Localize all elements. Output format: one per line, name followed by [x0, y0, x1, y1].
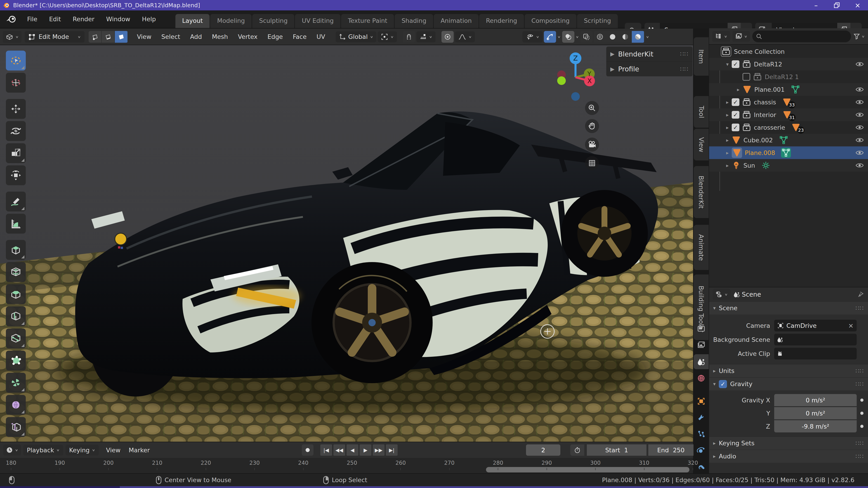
tool-poly-build[interactable]: [6, 351, 26, 370]
timeline-menu-view[interactable]: View: [102, 445, 125, 455]
collection-checkbox[interactable]: ✓: [732, 98, 739, 106]
tool-annotate[interactable]: [6, 192, 26, 212]
gizmo-axis-neg-z[interactable]: [571, 92, 580, 101]
play-reverse-button[interactable]: ◀: [346, 445, 358, 456]
collection-checkbox[interactable]: ✓: [732, 111, 739, 119]
expander-icon[interactable]: ▸: [723, 150, 732, 156]
timeline-menu-marker[interactable]: Marker: [125, 445, 154, 455]
sidebar-tab-tool[interactable]: Tool: [694, 96, 709, 128]
animate-dot[interactable]: [860, 412, 864, 415]
outliner-editor-type-button[interactable]: ∨: [712, 31, 730, 42]
visibility-eye-icon[interactable]: [855, 61, 864, 67]
outliner-row-sun[interactable]: ▸Sun: [709, 159, 868, 172]
pan-hand-button[interactable]: [585, 119, 599, 133]
solid-shading-button[interactable]: [607, 31, 619, 43]
tool-bevel[interactable]: [6, 284, 26, 304]
outliner-row-plane-008[interactable]: ▸Plane.008: [709, 147, 868, 159]
gizmo-axis-neg-y[interactable]: [557, 76, 566, 85]
tab-texture-paint[interactable]: Texture Paint: [341, 14, 394, 28]
wireframe-shading-button[interactable]: [594, 31, 606, 43]
current-frame-field[interactable]: 2: [526, 445, 560, 456]
animate-dot[interactable]: [860, 398, 864, 402]
overlay-panel-blenderkit[interactable]: ▶ BlenderKit ∷∷: [606, 46, 692, 61]
tab-uv-editing[interactable]: UV Editing: [295, 14, 340, 28]
pin-icon[interactable]: [858, 291, 864, 298]
expander-icon[interactable]: ▸: [723, 125, 732, 130]
preview-range-button[interactable]: [570, 445, 584, 456]
viewport-menu-vertex[interactable]: Vertex: [233, 31, 262, 42]
properties-tab-physics[interactable]: [694, 443, 709, 458]
viewport-3d[interactable]: ▶ BlenderKit ∷∷▶ Profile ∷∷ Z Y X: [0, 45, 693, 442]
visibility-eye-icon[interactable]: [855, 86, 864, 93]
minimize-button[interactable]: –: [806, 0, 827, 10]
tool-spin[interactable]: [6, 373, 26, 393]
snap-toggle[interactable]: [403, 31, 415, 43]
camera-field[interactable]: CamDrive ×: [774, 320, 857, 331]
keying-sets-panel-header[interactable]: ▸ Keying Sets ∷∷: [709, 436, 868, 450]
visibility-eye-icon[interactable]: [855, 162, 864, 168]
tab-sculpting[interactable]: Sculpting: [252, 14, 294, 28]
viewport-menu-select[interactable]: Select: [157, 31, 185, 42]
tool-smooth[interactable]: [6, 395, 26, 415]
tool-transform[interactable]: [6, 165, 26, 185]
timeline-scrollbar[interactable]: [486, 467, 689, 473]
next-keyframe-button[interactable]: ▶▶: [373, 445, 384, 456]
menu-file[interactable]: File: [21, 13, 43, 25]
mode-dropdown[interactable]: Edit Mode ∨: [25, 31, 85, 42]
viewport-menu-uv[interactable]: UV: [312, 31, 330, 42]
properties-tab-scene[interactable]: [694, 354, 709, 369]
timeline-editor-type-button[interactable]: ∨: [3, 445, 21, 455]
tool-edge-slide[interactable]: [6, 417, 26, 437]
camera-clear-button[interactable]: ×: [848, 322, 854, 329]
play-button[interactable]: ▶: [360, 445, 371, 456]
object-visibility-dropdown[interactable]: ∨: [522, 31, 542, 42]
visibility-eye-icon[interactable]: [855, 137, 864, 143]
tab-scripting[interactable]: Scripting: [577, 14, 618, 28]
outliner-row-interior[interactable]: ▸✓Interior31: [709, 108, 868, 121]
expander-icon[interactable]: ▸: [734, 87, 743, 92]
menu-window[interactable]: Window: [100, 13, 136, 25]
outliner-row-carosserie[interactable]: ▸✓carosserie23: [709, 121, 868, 134]
outliner-search-input[interactable]: [752, 31, 851, 42]
gravity-value-field[interactable]: -9.8 m/s²: [774, 420, 857, 432]
tool-move[interactable]: [6, 99, 26, 119]
blender-menu-icon[interactable]: [5, 14, 17, 24]
timeline-playback-dropdown[interactable]: Playback∨: [23, 445, 63, 455]
properties-tab-particles[interactable]: [694, 427, 709, 442]
sidebar-tab-view[interactable]: View: [694, 129, 709, 160]
expander-icon[interactable]: ▾: [723, 61, 732, 67]
tool-extrude-region[interactable]: [6, 240, 26, 260]
properties-tab-object[interactable]: [694, 394, 709, 409]
tool-loop-cut[interactable]: [6, 306, 26, 326]
properties-editor-type-button[interactable]: ∨: [713, 289, 731, 300]
snap-target-dropdown[interactable]: ∨: [416, 31, 436, 42]
menu-render[interactable]: Render: [67, 13, 100, 25]
transform-orientation-dropdown[interactable]: Global ∨: [336, 31, 377, 42]
properties-tab-world[interactable]: [694, 371, 709, 386]
collection-checkbox[interactable]: ✓: [732, 124, 739, 131]
units-panel-header[interactable]: ▸ Units ∷∷: [709, 364, 868, 377]
background-scene-field[interactable]: [774, 334, 857, 346]
outliner-row-deltar12[interactable]: ▾✓DeltaR12: [709, 58, 868, 70]
tab-animation[interactable]: Animation: [434, 14, 478, 28]
expander-icon[interactable]: ▸: [723, 99, 732, 105]
viewport-menu-face[interactable]: Face: [288, 31, 311, 42]
visibility-eye-icon[interactable]: [855, 111, 864, 118]
outliner-filter-button[interactable]: ∨: [853, 33, 865, 40]
tool-inset-faces[interactable]: [6, 262, 26, 282]
camera-view-button[interactable]: [585, 138, 599, 152]
face-select-button[interactable]: [115, 31, 127, 43]
menu-edit[interactable]: Edit: [43, 13, 67, 25]
proportional-falloff-dropdown[interactable]: ∨: [455, 31, 475, 42]
audio-panel-header[interactable]: ▸ Audio ∷∷: [709, 450, 868, 463]
animate-dot[interactable]: [860, 425, 864, 428]
viewport-menu-edge[interactable]: Edge: [263, 31, 287, 42]
gravity-checkbox[interactable]: ✓: [719, 380, 727, 388]
xray-toggle[interactable]: [580, 31, 592, 43]
outliner-row-cube-002[interactable]: ▸Cube.002: [709, 134, 868, 147]
outliner-row-chassis[interactable]: ▸✓chassis33: [709, 96, 868, 108]
tab-compositing[interactable]: Compositing: [525, 14, 577, 28]
tool-scale[interactable]: [6, 143, 26, 163]
gravity-value-field[interactable]: 0 m/s²: [774, 407, 857, 419]
collection-checkbox[interactable]: [743, 73, 750, 80]
